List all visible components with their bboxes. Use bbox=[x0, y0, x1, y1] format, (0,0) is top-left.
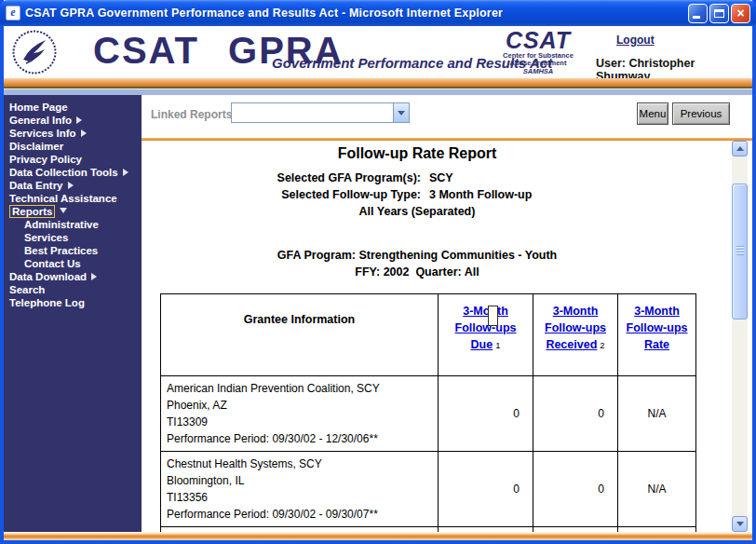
grantee-grant-id: TI13309 bbox=[167, 414, 432, 430]
header-link-text: Received bbox=[546, 338, 597, 351]
minimize-icon bbox=[693, 16, 700, 19]
sidebar-item-label: Data Collection Tools bbox=[9, 167, 118, 178]
scrollbar-grip-icon bbox=[736, 246, 744, 255]
due-cell: 0 bbox=[439, 376, 533, 452]
linked-reports-label: Linked Reports: bbox=[151, 108, 236, 121]
maximize-icon bbox=[714, 9, 724, 18]
param-label-followup-type: Selected Follow-up Type: bbox=[142, 186, 421, 203]
previous-button[interactable]: Previous bbox=[672, 102, 730, 125]
minimize-button[interactable] bbox=[688, 4, 708, 23]
arrow-right-icon bbox=[68, 182, 74, 189]
grantee-performance-period: Performance Period: 09/30/02 - 12/30/06*… bbox=[167, 430, 432, 447]
sidebar-item-label: Data Entry bbox=[9, 180, 63, 191]
due-cell bbox=[439, 527, 533, 533]
close-button[interactable]: × bbox=[731, 4, 750, 23]
samhsa-label: SAMHSA bbox=[495, 67, 581, 75]
window-title: CSAT GPRA Government Performance and Res… bbox=[25, 7, 688, 20]
param-value-followup-type: 3 Month Follow-up bbox=[421, 186, 532, 203]
rate-cell: N/A bbox=[618, 376, 696, 452]
table-body: American Indian Prevention Coalition, SC… bbox=[161, 376, 696, 533]
csat-logo-line2: Abuse Treatment bbox=[495, 60, 581, 67]
chevron-up-icon bbox=[736, 146, 744, 151]
sidebar-item-disclaimer[interactable]: Disclaimer bbox=[4, 140, 142, 153]
linked-reports-select[interactable] bbox=[231, 102, 410, 123]
logout-link[interactable]: Logout bbox=[616, 34, 655, 47]
browser-window: e CSAT GPRA Government Performance and R… bbox=[0, 0, 756, 544]
sidebar-item-label: Home Page bbox=[9, 102, 68, 113]
sidebar-item-reports[interactable]: Reports bbox=[4, 205, 142, 218]
report-subtitle: All Years (Separated) bbox=[142, 203, 693, 220]
grantee-name: Chestnut Health Systems, SCY bbox=[167, 456, 432, 472]
sidebar-item-data-entry[interactable]: Data Entry bbox=[4, 179, 142, 192]
grantee-city: Phoenix, AZ bbox=[167, 397, 432, 414]
csat-logo: CSAT Center for Substance Abuse Treatmen… bbox=[495, 29, 581, 75]
sidebar-item-label: Services bbox=[24, 232, 68, 243]
menu-button[interactable]: Menu bbox=[637, 102, 668, 125]
toolbar: Linked Reports: Menu Previous bbox=[142, 95, 752, 138]
arrow-right-icon bbox=[123, 169, 128, 176]
sidebar-item-home-page[interactable]: Home Page bbox=[4, 101, 142, 114]
ie-page-icon: e bbox=[6, 6, 20, 20]
rate-cell bbox=[618, 527, 696, 533]
grantee-performance-period: Performance Period: 09/30/02 - 09/30/07*… bbox=[167, 506, 432, 523]
grantee-grant-id: TI13356 bbox=[167, 489, 432, 506]
sidebar-item-administrative[interactable]: Administrative bbox=[4, 218, 142, 231]
scroll-down-button[interactable] bbox=[732, 516, 748, 532]
gfa-program-line: GFA Program: Strengthening Communities -… bbox=[142, 247, 693, 264]
sidebar-item-label: Administrative bbox=[24, 219, 99, 230]
table-row: Chestnut Health Systems, SCYBloomington,… bbox=[161, 452, 696, 527]
grantee-info-cell: Inter-Tribal Council, SCY bbox=[161, 527, 439, 533]
sidebar-item-best-practices[interactable]: Best Practices bbox=[4, 244, 142, 257]
sidebar-item-telephone-log[interactable]: Telephone Log bbox=[4, 296, 142, 309]
text-cursor-artifact bbox=[488, 306, 498, 326]
arrow-down-icon bbox=[60, 208, 67, 213]
sidebar: Home PageGeneral InfoServices InfoDiscla… bbox=[4, 95, 142, 532]
scrollbar-thumb[interactable] bbox=[732, 184, 748, 320]
chevron-down-icon[interactable] bbox=[393, 103, 409, 122]
sidebar-item-general-info[interactable]: General Info bbox=[4, 114, 142, 127]
sidebar-item-search[interactable]: Search bbox=[4, 283, 142, 296]
header-link-text: Rate bbox=[644, 338, 669, 351]
due-column-header: 3-MonthFollow-upsDue1 bbox=[439, 294, 533, 376]
report-title: Follow-up Rate Report bbox=[142, 144, 693, 163]
param-label-gfa-program: Selected GFA Program(s): bbox=[142, 170, 421, 186]
content-area: Linked Reports: Menu Previous Follow-up … bbox=[142, 95, 752, 532]
sidebar-item-data-download[interactable]: Data Download bbox=[4, 270, 142, 283]
scroll-up-button[interactable] bbox=[732, 141, 748, 156]
footnote-marker: 2 bbox=[600, 340, 604, 350]
rate-column-header-link[interactable]: 3-MonthFollow-upsRate bbox=[627, 305, 688, 351]
followup-rate-table: Grantee Information3-MonthFollow-upsDue1… bbox=[160, 293, 696, 532]
titlebar[interactable]: e CSAT GPRA Government Performance and R… bbox=[0, 0, 756, 26]
rate-cell: N/A bbox=[618, 452, 696, 527]
due-cell: 0 bbox=[439, 452, 533, 527]
grantee-information-header: Grantee Information bbox=[161, 294, 439, 376]
sidebar-item-label: Reports bbox=[9, 205, 55, 218]
sidebar-item-services-info[interactable]: Services Info bbox=[4, 127, 142, 140]
maximize-button[interactable] bbox=[709, 4, 729, 23]
csat-logo-title: CSAT bbox=[495, 29, 581, 52]
received-column-header: 3-MonthFollow-upsReceived2 bbox=[533, 294, 618, 376]
due-column-header-link[interactable]: 3-MonthFollow-upsDue1 bbox=[455, 305, 517, 351]
sidebar-item-services[interactable]: Services bbox=[4, 231, 142, 244]
sidebar-item-technical-assistance[interactable]: Technical Assistance bbox=[4, 192, 142, 205]
sidebar-item-privacy-policy[interactable]: Privacy Policy bbox=[4, 153, 142, 166]
vertical-scrollbar[interactable] bbox=[732, 141, 748, 532]
header-link-text: 3-Month bbox=[553, 305, 599, 318]
close-icon: × bbox=[732, 5, 749, 22]
table-row: American Indian Prevention Coalition, SC… bbox=[161, 376, 696, 452]
sidebar-item-label: Telephone Log bbox=[9, 297, 85, 308]
received-cell bbox=[533, 527, 618, 533]
sidebar-item-label: Search bbox=[9, 284, 45, 295]
received-cell: 0 bbox=[533, 452, 618, 527]
sidebar-item-contact-us[interactable]: Contact Us bbox=[4, 257, 142, 270]
rate-column-header: 3-MonthFollow-upsRate bbox=[618, 294, 696, 376]
sidebar-item-label: General Info bbox=[9, 115, 72, 126]
report-params: Selected GFA Program(s): SCY Selected Fo… bbox=[142, 170, 693, 203]
header-link-text: Follow-ups bbox=[455, 321, 517, 334]
sidebar-item-label: Privacy Policy bbox=[9, 154, 82, 165]
arrow-right-icon bbox=[91, 273, 97, 280]
received-column-header-link[interactable]: 3-MonthFollow-upsReceived2 bbox=[545, 305, 606, 351]
grantee-name: American Indian Prevention Coalition, SC… bbox=[167, 380, 432, 397]
sidebar-item-label: Technical Assistance bbox=[9, 193, 117, 204]
sidebar-item-data-collection-tools[interactable]: Data Collection Tools bbox=[4, 166, 142, 179]
